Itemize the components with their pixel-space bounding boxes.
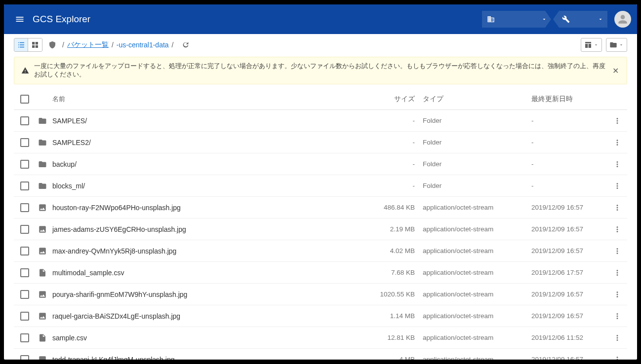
- table-row: SAMPLES2/-Folder-: [14, 132, 627, 153]
- object-modified: 2019/12/09 16:57: [523, 291, 607, 298]
- row-menu-button[interactable]: [607, 225, 627, 234]
- col-size[interactable]: サイズ: [361, 95, 415, 104]
- tool-selector[interactable]: [553, 11, 607, 28]
- col-modified[interactable]: 最終更新日時: [523, 95, 607, 104]
- add-folder-button[interactable]: [606, 38, 627, 52]
- object-name[interactable]: blocks_ml/: [49, 182, 361, 190]
- row-checkbox[interactable]: [20, 203, 29, 212]
- caret-down-icon: [598, 16, 603, 22]
- object-name[interactable]: SAMPLES/: [49, 117, 361, 125]
- object-name[interactable]: pourya-sharifi-gnmEoM7W9hY-unsplash.jpg: [49, 291, 361, 298]
- object-name[interactable]: houston-ray-F2NWpo64PHo-unsplash.jpg: [49, 204, 361, 212]
- row-menu-button[interactable]: [607, 160, 627, 169]
- refresh-button[interactable]: [182, 41, 190, 49]
- columns-button[interactable]: [581, 38, 602, 52]
- table-row: sample.csv12.81 KBapplication/octet-stre…: [14, 327, 627, 349]
- more-vert-icon: [613, 203, 622, 212]
- object-modified: 2019/12/06 11:52: [523, 334, 607, 341]
- object-name[interactable]: max-andrey-QvMnYyk5Rj8-unsplash.jpg: [49, 247, 361, 255]
- object-type: application/octet-stream: [415, 291, 523, 298]
- shield-icon: [48, 41, 56, 49]
- select-all-checkbox[interactable]: [20, 95, 29, 104]
- object-name[interactable]: SAMPLES2/: [49, 139, 361, 146]
- object-type: Folder: [415, 117, 523, 124]
- row-menu-button[interactable]: [607, 247, 627, 255]
- object-size: 4 MB: [361, 356, 415, 360]
- warning-close-button[interactable]: ✕: [611, 66, 620, 75]
- object-type: application/octet-stream: [415, 356, 523, 360]
- row-checkbox[interactable]: [20, 247, 29, 255]
- row-menu-button[interactable]: [607, 268, 627, 277]
- row-checkbox[interactable]: [20, 268, 29, 277]
- row-menu-button[interactable]: [607, 116, 627, 125]
- warning-icon: [21, 67, 29, 74]
- object-name[interactable]: sample.csv: [49, 334, 361, 342]
- row-checkbox[interactable]: [20, 333, 29, 342]
- object-type: application/octet-stream: [415, 269, 523, 276]
- file-icon: [38, 268, 47, 277]
- object-name[interactable]: james-adams-zUSY6EgCRHo-unsplash.jpg: [49, 225, 361, 233]
- row-checkbox[interactable]: [20, 312, 29, 321]
- domain-icon: [487, 15, 495, 23]
- object-modified: -: [523, 139, 607, 146]
- object-size: -: [361, 117, 415, 124]
- breadcrumb-bucket-list[interactable]: バケット一覧: [67, 40, 109, 49]
- breadcrumb-root: /: [62, 41, 64, 49]
- row-menu-button[interactable]: [607, 355, 627, 360]
- breadcrumb: / バケット一覧 / -us-central1-data /: [59, 40, 190, 49]
- col-name[interactable]: 名前: [49, 95, 361, 104]
- object-name[interactable]: backup/: [49, 160, 361, 168]
- more-vert-icon: [613, 160, 622, 169]
- row-checkbox[interactable]: [20, 116, 29, 125]
- more-vert-icon: [613, 290, 622, 299]
- folder-icon: [38, 116, 47, 125]
- row-menu-button[interactable]: [607, 312, 627, 321]
- table-row: max-andrey-QvMnYyk5Rj8-unsplash.jpg4.02 …: [14, 240, 627, 262]
- object-type: Folder: [415, 182, 523, 189]
- menu-button[interactable]: [10, 9, 30, 29]
- row-menu-button[interactable]: [607, 203, 627, 212]
- list-view-button[interactable]: [14, 38, 28, 51]
- more-vert-icon: [613, 138, 622, 147]
- image-icon: [38, 355, 47, 360]
- more-vert-icon: [613, 182, 622, 190]
- object-modified: 2019/12/06 17:57: [523, 269, 607, 276]
- toolbar: / バケット一覧 / -us-central1-data /: [4, 34, 637, 56]
- table-row: james-adams-zUSY6EgCRHo-unsplash.jpg2.19…: [14, 218, 627, 240]
- table-row: SAMPLES/-Folder-: [14, 110, 627, 132]
- row-menu-button[interactable]: [607, 333, 627, 342]
- table-row: houston-ray-F2NWpo64PHo-unsplash.jpg486.…: [14, 197, 627, 218]
- object-type: application/octet-stream: [415, 312, 523, 320]
- more-vert-icon: [613, 116, 622, 125]
- row-checkbox[interactable]: [20, 355, 29, 360]
- object-name[interactable]: raquel-garcia-BAiSZDx4LgE-unsplash.jpg: [49, 312, 361, 320]
- image-icon: [38, 312, 47, 321]
- table-row: multimodal_sample.csv7.68 KBapplication/…: [14, 262, 627, 284]
- grid-view-button[interactable]: [28, 38, 42, 51]
- row-checkbox[interactable]: [20, 182, 29, 190]
- hamburger-icon: [15, 14, 25, 24]
- table-row: todd-trapani-kLKg4fJlmqM-unsplash.jpg4 M…: [14, 349, 627, 360]
- object-modified: 2019/12/09 16:57: [523, 247, 607, 255]
- warning-text: 一度に大量のファイルをアップロードすると、処理が正常に完了しない場合があります。…: [34, 62, 611, 79]
- more-vert-icon: [613, 268, 622, 277]
- upload-warning: 一度に大量のファイルをアップロードすると、処理が正常に完了しない場合があります。…: [14, 57, 627, 84]
- object-size: 2.19 MB: [361, 225, 415, 233]
- row-menu-button[interactable]: [607, 290, 627, 299]
- object-name[interactable]: todd-trapani-kLKg4fJlmqM-unsplash.jpg: [49, 356, 361, 360]
- folder-plus-icon: [609, 41, 617, 49]
- row-menu-button[interactable]: [607, 182, 627, 190]
- row-checkbox[interactable]: [20, 138, 29, 147]
- folder-icon: [38, 138, 47, 147]
- col-type[interactable]: タイプ: [415, 95, 523, 104]
- row-menu-button[interactable]: [607, 138, 627, 147]
- user-avatar[interactable]: [614, 11, 631, 28]
- caret-down-icon: [541, 16, 547, 22]
- row-checkbox[interactable]: [20, 160, 29, 169]
- project-selector[interactable]: [482, 11, 551, 28]
- breadcrumb-current[interactable]: -us-central1-data: [117, 41, 169, 49]
- object-size: 486.84 KB: [361, 204, 415, 211]
- row-checkbox[interactable]: [20, 225, 29, 234]
- row-checkbox[interactable]: [20, 290, 29, 299]
- object-name[interactable]: multimodal_sample.csv: [49, 269, 361, 277]
